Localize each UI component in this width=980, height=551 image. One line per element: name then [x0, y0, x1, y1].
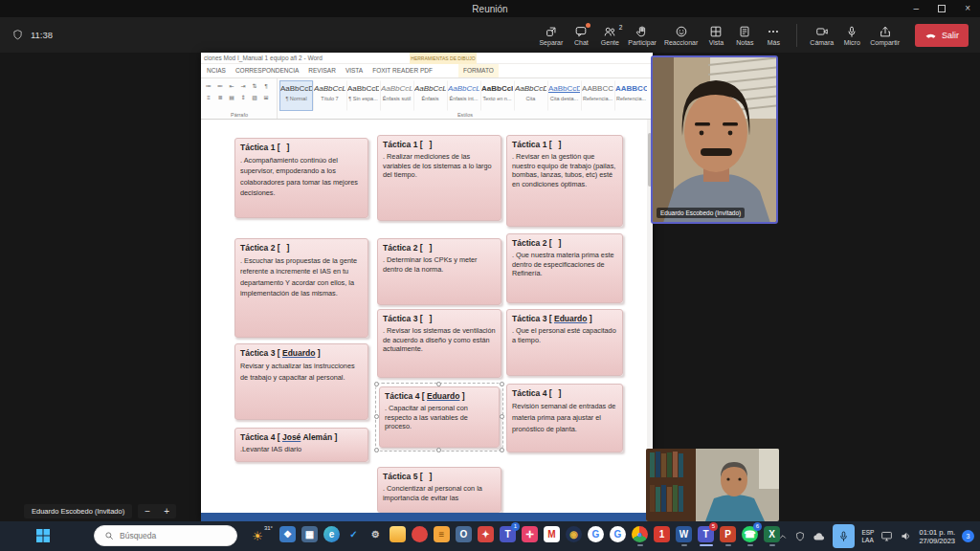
shading-button[interactable]: ▨ — [249, 92, 260, 103]
tactic-box[interactable]: Táctica 2 [] . Que nuestra materia prima… — [506, 233, 623, 303]
align-left-button[interactable]: ≡ — [203, 92, 214, 103]
gmail-icon[interactable]: M — [544, 526, 560, 542]
style-item[interactable]: AaBbCcl Texto en n... — [480, 80, 514, 111]
tab-revisar[interactable]: REVISAR — [303, 64, 341, 77]
notes-app-icon[interactable]: ≡ — [434, 526, 450, 542]
selection-handle[interactable] — [374, 382, 379, 386]
tab-foxit-reader-pdf[interactable]: FOXIT READER PDF — [368, 64, 437, 77]
display-icon[interactable] — [880, 530, 893, 542]
taskbar-search[interactable] — [94, 525, 237, 546]
excel-icon[interactable]: X — [764, 526, 780, 542]
tactic-box[interactable]: Táctica 1 [] . Acompañamiento continúo d… — [234, 138, 368, 218]
tactic-box[interactable]: Táctica 2 [] . Determinar los CPKs y met… — [377, 238, 501, 305]
teams-chat-icon[interactable]: T 1 — [500, 526, 516, 542]
google-search-icon-2[interactable]: G — [610, 526, 626, 542]
clock-widget[interactable]: 01:01 p. m. 27/09/2023 — [919, 528, 955, 545]
tray-microphone-button[interactable] — [833, 524, 855, 548]
weather-widget[interactable]: ☀ 31° — [245, 526, 270, 547]
selection-handle[interactable] — [500, 414, 504, 419]
selection-handle[interactable] — [436, 382, 441, 386]
tactic-box[interactable]: Táctica 1 [] . Revisar en la gestión que… — [506, 135, 623, 227]
zoom-in-button[interactable]: + — [157, 504, 176, 518]
office-app-icon[interactable]: O — [456, 526, 472, 542]
spacing-button[interactable]: ⇕ — [237, 92, 249, 103]
minimize-button[interactable]: – — [914, 4, 920, 13]
google-search-icon[interactable]: G — [588, 526, 604, 542]
style-item[interactable]: AABBCC Referencia... — [581, 80, 614, 111]
sort-button[interactable]: ⇅ — [249, 80, 260, 92]
people-share-icon[interactable]: ✦ — [478, 526, 494, 542]
start-button[interactable] — [34, 528, 51, 544]
style-item[interactable]: AaBbCcD ¶ Normal — [279, 80, 313, 111]
tactic-box[interactable]: Táctica 4 [ José Alemán ] .Levantar IAS … — [234, 428, 368, 462]
maximize-button[interactable] — [938, 5, 946, 12]
todo-check-icon[interactable]: ✓ — [345, 526, 362, 542]
style-item[interactable]: AaBbCcL Énfasis sutil — [380, 80, 413, 111]
tactic-box[interactable]: Táctica 3 [ Eduardo ] Revisar y actualiz… — [234, 343, 368, 420]
tab-correspondencia[interactable]: CORRESPONDENCIA — [231, 64, 303, 77]
tactic-box[interactable]: Táctica 4 [] Revisión semanal de entrada… — [506, 384, 623, 452]
camara-button[interactable]: Cámara — [806, 22, 837, 48]
tab-referencias[interactable]: NCIAS — [202, 64, 231, 77]
zoom-out-button[interactable]: − — [138, 504, 157, 518]
align-justify-button[interactable]: ≣ — [214, 92, 226, 103]
style-item[interactable]: AaBbCcD Cita — [514, 80, 547, 111]
leave-meeting-button[interactable]: Salir — [915, 24, 969, 47]
tactic-box[interactable]: Táctica 2 [] . Escuchar las propuestas d… — [234, 238, 368, 338]
micro-button[interactable]: Micro — [837, 22, 866, 48]
separar-button[interactable]: Separar — [535, 22, 567, 48]
security-shield-icon[interactable] — [794, 531, 806, 542]
style-item[interactable]: AaBbCcD Cita desta... — [547, 80, 581, 111]
tab-vista[interactable]: VISTA — [341, 64, 368, 77]
powerpoint-icon[interactable]: P — [720, 526, 736, 542]
decrease-indent-button[interactable]: ⇤ — [226, 80, 237, 92]
tray-overflow-chevron-icon[interactable] — [778, 532, 788, 541]
tactic-box[interactable]: Táctica 1 [] . Realizar mediciones de la… — [377, 135, 501, 221]
language-indicator[interactable]: ESP LAA — [861, 529, 874, 543]
numbered-list-button[interactable]: ≕ — [214, 80, 226, 92]
gente-button[interactable]: 2 Gente — [595, 22, 624, 48]
file-explorer-icon[interactable] — [390, 526, 406, 542]
tactic-box[interactable]: Táctica 3 [ Eduardo ] . Que el personal … — [506, 309, 623, 376]
participant-video-main[interactable]: Eduardo Escobedo (Invitado) — [651, 55, 778, 224]
selection-handle[interactable] — [500, 448, 504, 452]
compartir-button[interactable]: Compartir — [866, 22, 903, 48]
style-item[interactable]: AABBCC Referencia... — [614, 80, 648, 111]
whatsapp-icon[interactable]: ☎ 6 — [742, 526, 758, 542]
speaker-icon[interactable] — [900, 530, 912, 542]
red-one-app-icon[interactable]: 1 — [654, 526, 670, 542]
selection-handle[interactable] — [436, 448, 441, 452]
selection-handle[interactable] — [500, 382, 504, 386]
teams-icon[interactable]: T 5 — [698, 526, 714, 542]
clock-app-icon[interactable]: ✛ — [522, 526, 538, 542]
tactic-box[interactable]: Táctica 3 [] . Revisar los sistemas de v… — [377, 309, 501, 378]
participar-button[interactable]: Participar — [624, 22, 660, 48]
style-item[interactable]: AaBbCcD ¶ Sin espa... — [346, 80, 380, 111]
bullet-list-button[interactable]: ≔ — [203, 80, 214, 92]
tactic-box-selected[interactable]: Táctica 4 [ Eduardo ] . Capacitar al per… — [379, 386, 500, 448]
vista-button[interactable]: Vista — [702, 22, 730, 48]
line-spacing-button[interactable]: ▤ — [226, 92, 237, 103]
notas-button[interactable]: Notas — [730, 22, 759, 48]
self-view-video[interactable] — [646, 449, 779, 521]
increase-indent-button[interactable]: ⇥ — [237, 80, 249, 92]
style-item[interactable]: AaBbCcL Título 7 — [313, 80, 346, 111]
photos-app-icon[interactable]: ❖ — [279, 526, 296, 542]
chrome-icon[interactable]: ● — [632, 526, 648, 542]
notification-count-badge[interactable]: 3 — [962, 530, 974, 542]
selection-handle[interactable] — [374, 414, 379, 419]
search-input[interactable] — [120, 531, 227, 540]
word-icon[interactable]: W — [676, 526, 692, 542]
tactic-box[interactable]: Táctica 5 [] . Concientizar al personal … — [377, 467, 501, 513]
settings-gear-icon[interactable]: ⚙ — [368, 526, 384, 542]
reaccionar-button[interactable]: Reaccionar — [660, 22, 702, 48]
tab-formato[interactable]: FORMATO — [458, 64, 499, 77]
close-button[interactable]: × — [965, 4, 970, 13]
onedrive-cloud-icon[interactable] — [813, 530, 826, 543]
calculator-app-icon[interactable]: ▦ — [301, 526, 318, 542]
selection-handle[interactable] — [374, 448, 379, 452]
style-item[interactable]: AaBbCcL Énfasis — [413, 80, 447, 111]
pilcrow-button[interactable]: ¶ — [260, 80, 272, 92]
borders-button[interactable]: ⊞ — [260, 92, 272, 103]
style-item[interactable]: AaBbCcL Énfasis int... — [447, 80, 480, 111]
